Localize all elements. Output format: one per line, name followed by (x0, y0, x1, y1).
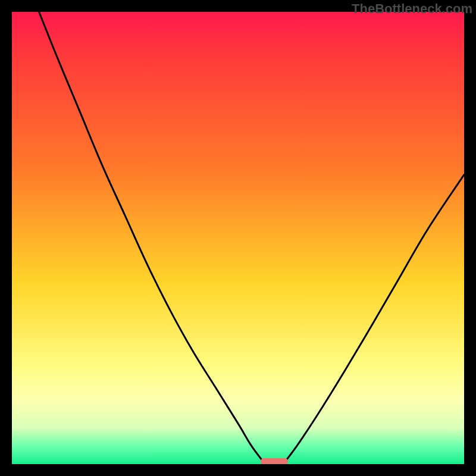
left-curve (39, 12, 265, 464)
watermark-text: TheBottleneck.com (352, 1, 472, 17)
right-curve (283, 175, 464, 464)
bottleneck-marker (261, 458, 288, 464)
plot-area (12, 12, 464, 464)
curve-svg (12, 12, 464, 464)
chart-frame: TheBottleneck.com (0, 0, 476, 476)
